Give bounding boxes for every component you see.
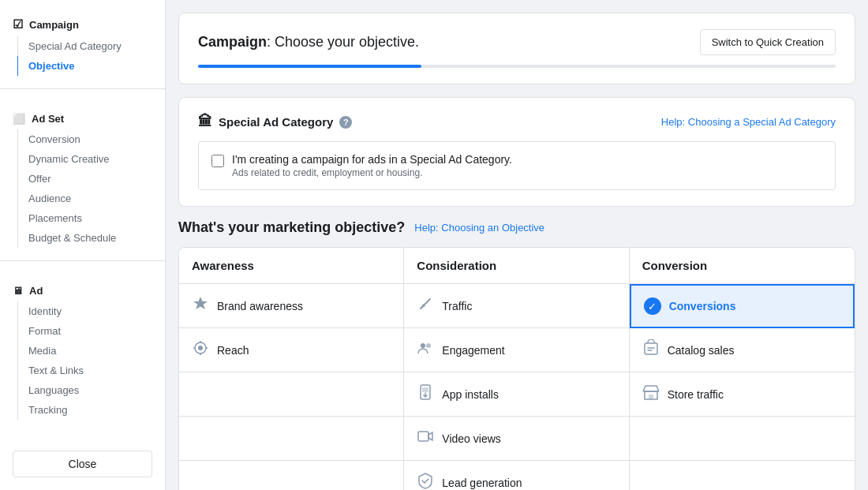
- bank-icon: 🏛: [198, 114, 212, 130]
- sidebar-item-label: Media: [28, 345, 56, 357]
- objective-conversions[interactable]: ✓ Conversions: [630, 284, 855, 328]
- objective-engagement[interactable]: Engagement: [404, 328, 629, 372]
- objective-lead-generation[interactable]: Lead generation: [404, 461, 629, 490]
- main-content: Campaign: Choose your objective. Switch …: [166, 0, 868, 490]
- special-ad-header: 🏛 Special Ad Category ? Help: Choosing a…: [198, 114, 836, 130]
- objective-brand-awareness[interactable]: Brand awareness: [179, 284, 404, 328]
- lead-gen-label: Lead generation: [442, 477, 522, 489]
- special-ad-title: 🏛 Special Ad Category ?: [198, 114, 352, 130]
- app-installs-icon: [417, 383, 434, 405]
- awareness-empty-4: [179, 417, 404, 461]
- sidebar-item-label: Identity: [28, 305, 62, 317]
- sidebar-item-offer[interactable]: Offer: [0, 169, 165, 189]
- quick-creation-button[interactable]: Switch to Quick Creation: [700, 29, 836, 55]
- special-ad-checkbox-label: I'm creating a campaign for ads in a Spe…: [232, 153, 512, 166]
- marketing-obj-header: What's your marketing objective? Help: C…: [178, 219, 855, 236]
- store-traffic-label: Store traffic: [668, 388, 724, 401]
- sidebar-item-label: Special Ad Category: [28, 40, 122, 52]
- sidebar-item-label: Objective: [28, 60, 75, 72]
- info-icon: ?: [339, 116, 352, 129]
- sidebar-item-label: Offer: [28, 173, 51, 185]
- marketing-obj-help-link[interactable]: Help: Choosing an Objective: [414, 222, 544, 234]
- sidebar-divider-2: [0, 260, 165, 261]
- page-title: Campaign: Choose your objective.: [198, 34, 419, 50]
- traffic-icon: [417, 295, 434, 316]
- conversions-label: Conversions: [669, 300, 736, 312]
- campaign-header-card: Campaign: Choose your objective. Switch …: [178, 13, 855, 84]
- sidebar-item-label: Dynamic Creative: [28, 153, 110, 165]
- sidebar: ☑ Campaign Special Ad Category Objective…: [0, 0, 166, 490]
- adset-icon: ⬜: [13, 113, 25, 125]
- sidebar-item-media[interactable]: Media: [0, 341, 165, 361]
- video-views-label: Video views: [442, 432, 500, 445]
- sidebar-item-tracking[interactable]: Tracking: [0, 400, 165, 420]
- sidebar-item-text-links[interactable]: Text & Links: [0, 361, 165, 380]
- sidebar-item-identity[interactable]: Identity: [0, 301, 165, 321]
- awareness-empty-3: [179, 372, 404, 417]
- conversion-empty-5: [630, 461, 855, 490]
- close-button[interactable]: Close: [13, 451, 152, 477]
- sidebar-item-format[interactable]: Format: [0, 321, 165, 341]
- marketing-objective-section: What's your marketing objective? Help: C…: [178, 219, 855, 490]
- objective-store-traffic[interactable]: Store traffic: [630, 372, 855, 417]
- conversions-selected-icon: ✓: [644, 297, 661, 315]
- sidebar-item-label: Conversion: [28, 133, 80, 145]
- traffic-label: Traffic: [442, 300, 472, 312]
- consideration-col-label: Consideration: [417, 259, 496, 272]
- sidebar-item-conversion[interactable]: Conversion: [0, 129, 165, 149]
- app-installs-label: App installs: [442, 388, 499, 401]
- adset-section-label: Ad Set: [32, 113, 64, 125]
- adset-section: ⬜ Ad Set Conversion Dynamic Creative Off…: [0, 95, 165, 254]
- objective-app-installs[interactable]: App installs: [404, 372, 629, 417]
- objective-catalog-sales[interactable]: Catalog sales: [630, 328, 855, 372]
- awareness-col-label: Awareness: [192, 259, 254, 272]
- reach-icon: [192, 339, 209, 361]
- special-ad-category-card: 🏛 Special Ad Category ? Help: Choosing a…: [178, 97, 855, 207]
- sidebar-item-dynamic-creative[interactable]: Dynamic Creative: [0, 149, 165, 169]
- sidebar-item-budget-schedule[interactable]: Budget & Schedule: [0, 228, 165, 248]
- sidebar-item-languages[interactable]: Languages: [0, 380, 165, 400]
- sidebar-item-label: Languages: [28, 384, 79, 396]
- sidebar-item-label: Audience: [28, 193, 71, 204]
- objective-video-views[interactable]: Video views: [404, 417, 629, 461]
- col-header-conversion: Conversion: [630, 248, 855, 284]
- progress-bar: [198, 65, 421, 68]
- engagement-icon: [417, 339, 434, 361]
- campaign-section-header: ☑ Campaign: [0, 13, 165, 36]
- store-traffic-icon: [642, 383, 660, 405]
- progress-bar-container: [198, 65, 836, 68]
- reach-label: Reach: [217, 344, 249, 357]
- sidebar-item-objective[interactable]: Objective: [0, 56, 165, 76]
- adset-section-header: ⬜ Ad Set: [0, 108, 165, 129]
- campaign-header: Campaign: Choose your objective. Switch …: [198, 29, 836, 55]
- title-rest: : Choose your objective.: [267, 34, 419, 50]
- svg-rect-9: [418, 432, 428, 441]
- special-ad-checkbox[interactable]: [211, 155, 224, 167]
- brand-awareness-label: Brand awareness: [217, 300, 303, 312]
- svg-rect-8: [649, 395, 653, 399]
- conversion-col-label: Conversion: [642, 259, 708, 272]
- title-bold: Campaign: [198, 34, 267, 50]
- ad-section: 🖥 Ad Identity Format Media Text & Links …: [0, 267, 165, 426]
- objective-grid: Awareness Consideration Conversion Brand…: [178, 247, 855, 490]
- svg-point-3: [426, 343, 431, 348]
- sidebar-item-placements[interactable]: Placements: [0, 208, 165, 228]
- special-ad-checkbox-sublabel: Ads related to credit, employment or hou…: [232, 167, 512, 178]
- catalog-sales-label: Catalog sales: [668, 344, 735, 357]
- special-ad-help-link[interactable]: Help: Choosing a Special Ad Category: [661, 116, 836, 128]
- objective-reach[interactable]: Reach: [179, 328, 404, 372]
- campaign-checkbox-icon: ☑: [13, 17, 23, 32]
- special-ad-checkbox-row: I'm creating a campaign for ads in a Spe…: [198, 141, 836, 190]
- conversion-empty-4: [630, 417, 855, 461]
- col-header-consideration: Consideration: [404, 248, 629, 284]
- brand-awareness-icon: [192, 295, 209, 316]
- sidebar-item-label: Budget & Schedule: [28, 232, 116, 244]
- marketing-obj-title: What's your marketing objective?: [178, 219, 405, 236]
- sidebar-item-special-ad-category[interactable]: Special Ad Category: [0, 36, 165, 56]
- sidebar-item-label: Format: [28, 325, 61, 337]
- sidebar-item-audience[interactable]: Audience: [0, 189, 165, 208]
- objective-traffic[interactable]: Traffic: [404, 284, 629, 328]
- catalog-sales-icon: [642, 339, 660, 361]
- lead-gen-icon: [417, 472, 434, 490]
- col-header-awareness: Awareness: [179, 248, 404, 284]
